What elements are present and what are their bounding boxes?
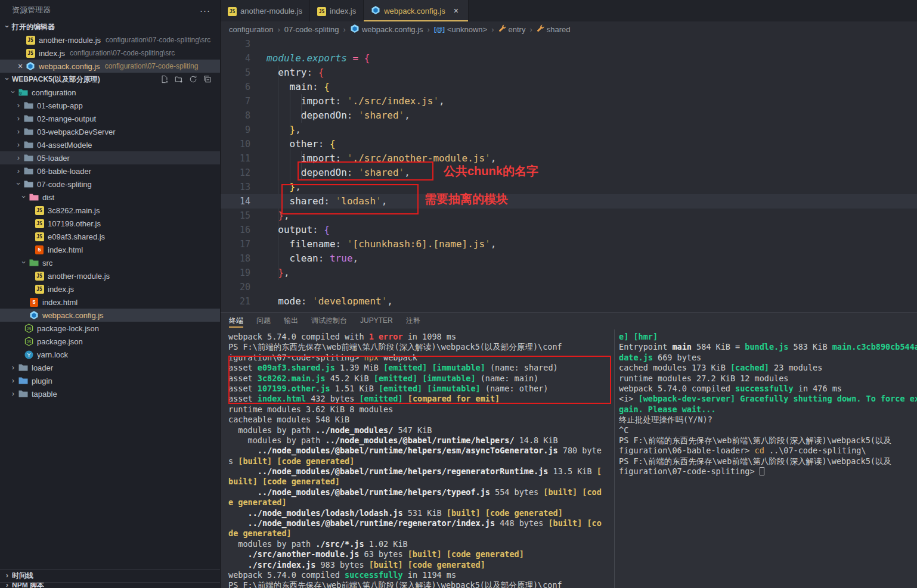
code-line-8[interactable]: 8 dependOn: 'shared', — [221, 108, 917, 123]
panel-tab-debug-console[interactable]: 调试控制台 — [311, 313, 347, 329]
terminal-left-pane[interactable]: webpack 5.74.0 compiled with 1 error in … — [221, 329, 614, 588]
tree-item-dist[interactable]: ›dist — [0, 191, 220, 204]
line-number: 4 — [221, 51, 250, 66]
editor-code-area[interactable]: 34module.exports = {5 entry: {6 main: {7… — [221, 37, 917, 312]
tree-item-index-js[interactable]: JSindex.js — [0, 282, 220, 295]
collapse-all-icon[interactable] — [203, 75, 212, 83]
tree-item-index-html[interactable]: 5index.html — [0, 295, 220, 309]
terminal-line: cacheable modules 548 KiB — [228, 415, 611, 425]
panel-tab-output[interactable]: 输出 — [284, 313, 298, 329]
tree-item-label: src — [42, 259, 52, 267]
code-line-7[interactable]: 7 import: './src/index.js', — [221, 94, 917, 108]
tree-item-01-setup-app[interactable]: ›01-setup-app — [0, 99, 220, 112]
close-icon[interactable]: × — [16, 61, 25, 71]
line-number: 3 — [221, 37, 250, 51]
terminal-line: runtime modules 3.62 KiB 8 modules — [228, 405, 611, 415]
more-actions-icon[interactable]: ··· — [197, 5, 213, 15]
file-tab-another-module-js[interactable]: JSanother-module.js — [221, 0, 310, 21]
line-number: 19 — [221, 266, 250, 280]
tree-item-label: loader — [32, 363, 53, 372]
panel-tab-comments[interactable]: 注释 — [406, 313, 420, 329]
folder-dist-icon — [29, 193, 39, 201]
tree-item-configuration[interactable]: ›⚙configuration — [0, 86, 220, 99]
open-editors-list: JSanother-module.jsconfiguration\07-code… — [0, 33, 220, 73]
tree-item-loader[interactable]: ›loader — [0, 361, 220, 374]
tab-close-icon[interactable]: × — [451, 6, 461, 15]
code-line-5[interactable]: 5 entry: { — [221, 66, 917, 80]
code-line-12[interactable]: 12 dependOn: 'shared', — [221, 166, 917, 180]
code-line-14[interactable]: 14 shared: 'lodash', — [221, 194, 917, 209]
chevron-down-icon: › — [20, 192, 29, 201]
terminal-right-pane[interactable]: e] [hmr]Entrypoint main 584 KiB = bundle… — [614, 329, 917, 588]
panel-tab-problems[interactable]: 问题 — [256, 313, 271, 329]
breadcrumb-item[interactable]: shared — [535, 24, 572, 34]
file-tab-webpack-config-js[interactable]: webpack.config.js× — [364, 0, 469, 21]
tree-item-e09af3-shared-js[interactable]: JSe09af3.shared.js — [0, 230, 220, 243]
code-line-18[interactable]: 18 clean: true, — [221, 251, 917, 266]
code-line-20[interactable]: 20 — [221, 280, 917, 294]
tree-item-04-assetmodele[interactable]: ›04-assetModele — [0, 138, 220, 151]
open-editor-name: index.js — [39, 49, 65, 58]
workspace-label: WEBPACK5(以及部分原理) — [12, 74, 100, 85]
code-line-9[interactable]: 9 }, — [221, 123, 917, 137]
refresh-icon[interactable] — [189, 75, 197, 83]
tree-item-07-code-spliting[interactable]: ›07-code-spliting — [0, 178, 220, 191]
new-folder-icon[interactable] — [175, 75, 183, 83]
section-npm-scripts[interactable]: › NPM 脚本 — [0, 582, 221, 588]
tree-item-107199-other-js[interactable]: JS107199.other.js — [0, 217, 220, 230]
new-file-icon[interactable] — [160, 75, 169, 83]
section-workspace[interactable]: › WEBPACK5(以及部分原理) — [0, 73, 220, 86]
terminal-line: cached modules 173 KiB [cached] 23 modul… — [619, 363, 917, 373]
tree-item-3c8262-main-js[interactable]: JS3c8262.main.js — [0, 204, 220, 217]
open-editor-item[interactable]: ×webpack.config.jsconfiguration\07-code-… — [0, 60, 220, 73]
tree-item-src[interactable]: ›src — [0, 256, 220, 269]
open-editor-item[interactable]: JSindex.jsconfiguration\07-code-spliting… — [0, 46, 220, 60]
tree-item-03-webpackdevserver[interactable]: ›03-webpackDevServer — [0, 125, 220, 138]
code-line-21[interactable]: 21 mode: 'development', — [221, 294, 917, 309]
tree-item-webpack-config-js[interactable]: webpack.config.js — [0, 309, 220, 322]
panel-tab-jupyter[interactable]: JUPYTER — [360, 313, 393, 329]
breadcrumb-item[interactable]: entry — [497, 24, 527, 34]
code-line-4[interactable]: 4module.exports = { — [221, 51, 917, 66]
breadcrumb-item[interactable]: webpack.config.js — [349, 24, 425, 35]
breadcrumb-item[interactable]: [@]<unknown> — [433, 25, 488, 34]
tree-item-yarn-lock[interactable]: Yyarn.lock — [0, 348, 220, 361]
tree-item-label: plugin — [32, 377, 52, 385]
open-editor-item[interactable]: JSanother-module.jsconfiguration\07-code… — [0, 33, 220, 46]
code-line-13[interactable]: 13 }, — [221, 180, 917, 194]
vscode-window: 资源管理器 ··· › 打开的编辑器 JSanother-module.jsco… — [0, 0, 917, 588]
panel-tab-terminal[interactable]: 终端 — [229, 313, 243, 329]
code-line-19[interactable]: 19 }, — [221, 266, 917, 280]
code-line-15[interactable]: 15 }, — [221, 209, 917, 223]
folder-icon — [23, 127, 34, 136]
tree-item-package-json[interactable]: JSpackage.json — [0, 335, 220, 348]
tree-item-05-loader[interactable]: ›05-loader — [0, 151, 220, 164]
tree-item-label: tapable — [32, 390, 57, 399]
tree-item-package-lock-json[interactable]: JSpackage-lock.json — [0, 322, 220, 335]
code-line-17[interactable]: 17 filename: '[chunkhash:6].[name].js', — [221, 237, 917, 251]
tab-label: index.js — [330, 7, 356, 15]
code-line-6[interactable]: 6 main: { — [221, 80, 917, 94]
breadcrumb-item[interactable]: 07-code-spliting — [283, 25, 340, 34]
code-text: dependOn: 'shared', — [267, 108, 410, 123]
section-timeline[interactable]: › 时间线 — [0, 569, 221, 582]
tree-item-another-module-js[interactable]: JSanother-module.js — [0, 269, 220, 282]
tree-item-02-mange-output[interactable]: ›02-mange-output — [0, 112, 220, 125]
tree-item-tapable[interactable]: ›tapable — [0, 387, 220, 400]
file-tab-index-js[interactable]: JSindex.js — [310, 0, 364, 21]
chevron-right-icon: › — [14, 101, 23, 110]
folder-open-icon — [23, 180, 34, 188]
breadcrumb-label: 07-code-spliting — [284, 25, 339, 34]
tree-item-plugin[interactable]: ›plugin — [0, 374, 220, 387]
tree-item-index-html[interactable]: 5index.html — [0, 243, 220, 256]
code-line-16[interactable]: 16 output: { — [221, 223, 917, 237]
code-line-10[interactable]: 10 other: { — [221, 137, 917, 151]
code-line-3[interactable]: 3 — [221, 37, 917, 51]
breadcrumb-separator-icon: › — [342, 25, 347, 34]
terminal-line: PS F:\前端的东西先保存\web前端\第八阶段(深入解读)\webpack5… — [228, 580, 611, 588]
tree-item-06-bable-loader[interactable]: ›06-bable-loader — [0, 164, 220, 178]
code-line-11[interactable]: 11 import: './src/another-module.js', — [221, 151, 917, 166]
breadcrumb-item[interactable]: configuration — [228, 25, 274, 34]
section-open-editors[interactable]: › 打开的编辑器 — [0, 20, 220, 33]
terminal-line: ./src/another-module.js 63 bytes [built]… — [228, 549, 611, 559]
